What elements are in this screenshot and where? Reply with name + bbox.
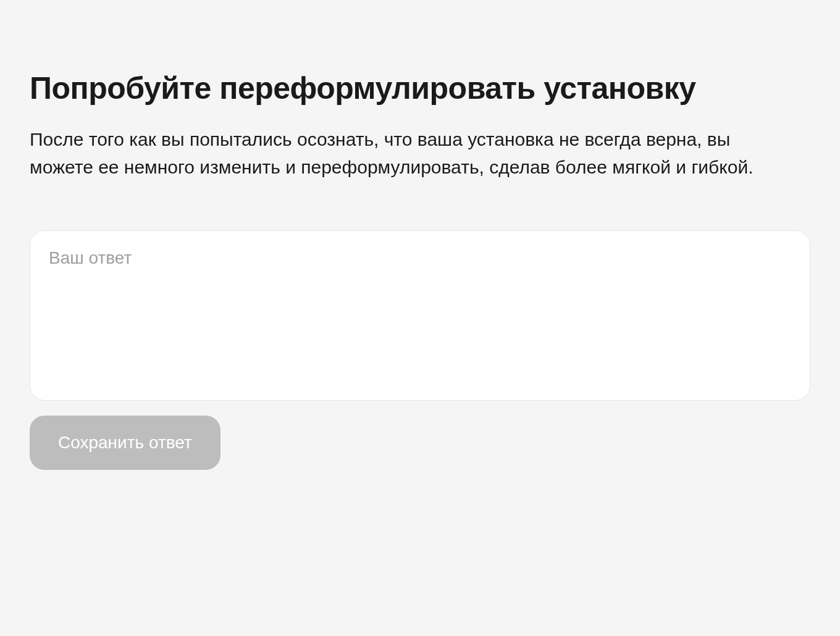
- page-description: После того как вы попытались осознать, ч…: [30, 125, 758, 181]
- answer-textarea[interactable]: [30, 230, 810, 401]
- main-container: Попробуйте переформулировать установку П…: [30, 70, 810, 470]
- page-heading: Попробуйте переформулировать установку: [30, 70, 810, 107]
- save-button[interactable]: Сохранить ответ: [30, 416, 220, 470]
